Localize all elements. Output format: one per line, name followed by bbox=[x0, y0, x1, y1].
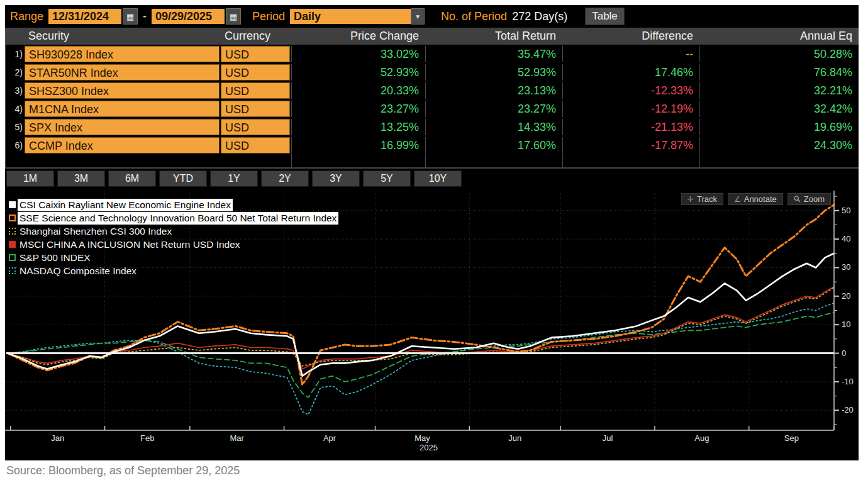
range-end-input[interactable]: 09/29/2025 bbox=[152, 9, 225, 24]
annual-eq-value: 32.21% bbox=[699, 82, 859, 99]
annotate-icon: ∠ bbox=[734, 195, 741, 204]
legend-swatch bbox=[9, 254, 16, 261]
x-year-label: 2025 bbox=[420, 443, 438, 452]
chart-area[interactable]: CSI Caixin Rayliant New Economic Engine … bbox=[5, 189, 859, 460]
annual-eq-value: 50.28% bbox=[699, 46, 859, 62]
security-cell[interactable]: SHSZ300 Index bbox=[25, 82, 220, 99]
table-row[interactable]: 5)SPX IndexUSD13.25%14.33%-21.13%19.69% bbox=[6, 118, 859, 136]
total-return-value: 52.93% bbox=[425, 64, 562, 81]
row-number[interactable]: 6) bbox=[6, 140, 25, 150]
calendar-icon[interactable]: ▦ bbox=[123, 8, 138, 25]
legend-swatch bbox=[9, 228, 16, 235]
range-start-input[interactable]: 12/31/2024 bbox=[48, 9, 121, 24]
page: Range 12/31/2024 ▦ - 09/29/2025 ▦ Period… bbox=[0, 0, 868, 490]
price-change-value: 16.99% bbox=[291, 137, 425, 153]
y-tick-label: 10 bbox=[842, 320, 850, 329]
header-security: Security bbox=[25, 28, 221, 45]
securities-table: Security Currency Price Change Total Ret… bbox=[5, 28, 859, 168]
currency-cell[interactable]: USD bbox=[221, 82, 290, 99]
table-header-row: Security Currency Price Change Total Ret… bbox=[6, 28, 859, 45]
header-annual-eq: Annual Eq bbox=[699, 28, 859, 45]
track-button[interactable]: ✛Track bbox=[681, 193, 723, 205]
annual-eq-value: 19.69% bbox=[699, 119, 859, 135]
x-month-label: Jan bbox=[51, 433, 64, 443]
currency-cell[interactable]: USD bbox=[221, 119, 290, 135]
y-tick-label: 40 bbox=[842, 234, 850, 243]
period-button-10y[interactable]: 10Y bbox=[414, 170, 462, 187]
currency-cell[interactable]: USD bbox=[221, 46, 290, 62]
period-button-5y[interactable]: 5Y bbox=[363, 170, 411, 187]
period-button-3m[interactable]: 3M bbox=[57, 170, 105, 187]
legend-label: SSE Science and Technology Innovation Bo… bbox=[18, 212, 338, 225]
period-quick-buttons: 1M3M6MYTD1Y2Y3Y5Y10Y bbox=[5, 168, 859, 189]
security-cell[interactable]: SPX Index bbox=[25, 119, 220, 135]
row-number[interactable]: 2) bbox=[6, 67, 25, 77]
row-number[interactable]: 3) bbox=[6, 86, 25, 96]
toolbar: Range 12/31/2024 ▦ - 09/29/2025 ▦ Period… bbox=[5, 5, 859, 28]
annual-eq-value: 76.84% bbox=[699, 64, 859, 81]
y-tick-label: -10 bbox=[842, 377, 854, 386]
annotate-button[interactable]: ∠Annotate bbox=[728, 193, 783, 205]
series-shsz300 bbox=[8, 287, 834, 366]
legend-item-sh930928[interactable]: CSI Caixin Rayliant New Economic Engine … bbox=[9, 198, 338, 211]
range-separator: - bbox=[143, 10, 147, 23]
x-month-label: May bbox=[415, 433, 430, 443]
table-button[interactable]: Table bbox=[585, 8, 625, 25]
legend-item-shsz300[interactable]: Shanghai Shenzhen CSI 300 Index bbox=[9, 225, 338, 238]
period-button-6m[interactable]: 6M bbox=[108, 170, 156, 187]
x-month-label: Apr bbox=[323, 433, 337, 443]
security-cell[interactable]: CCMP Index bbox=[25, 137, 220, 153]
row-number[interactable]: 4) bbox=[6, 104, 25, 114]
bloomberg-comparative-returns-panel: Range 12/31/2024 ▦ - 09/29/2025 ▦ Period… bbox=[5, 5, 859, 460]
period-button-2y[interactable]: 2Y bbox=[261, 170, 309, 187]
table-row[interactable]: 1)SH930928 IndexUSD33.02%35.47%--50.28% bbox=[6, 45, 859, 63]
range-label: Range bbox=[10, 10, 43, 23]
legend-item-spx[interactable]: S&P 500 INDEX bbox=[9, 251, 338, 264]
x-month-label: Jun bbox=[508, 433, 521, 443]
x-month-label: Aug bbox=[694, 433, 709, 443]
row-number[interactable]: 5) bbox=[6, 122, 25, 132]
price-change-value: 13.25% bbox=[291, 119, 425, 135]
currency-cell[interactable]: USD bbox=[221, 101, 290, 117]
period-button-1y[interactable]: 1Y bbox=[210, 170, 258, 187]
security-cell[interactable]: SH930928 Index bbox=[25, 46, 220, 62]
legend-swatch bbox=[9, 241, 16, 248]
calendar-icon[interactable]: ▦ bbox=[226, 8, 241, 25]
currency-cell[interactable]: USD bbox=[221, 64, 290, 81]
legend-item-star50nr[interactable]: SSE Science and Technology Innovation Bo… bbox=[9, 211, 338, 225]
period-button-1m[interactable]: 1M bbox=[6, 170, 54, 187]
period-select-value[interactable]: Daily bbox=[290, 9, 411, 24]
chart-controls: ✛Track ∠Annotate Zoom bbox=[677, 193, 831, 205]
table-row[interactable]: 2)STAR50NR IndexUSD52.93%52.93%17.46%76.… bbox=[6, 63, 859, 81]
annual-eq-value: 32.42% bbox=[699, 101, 859, 117]
table-row[interactable]: 4)M1CNA IndexUSD23.27%23.27%-12.19%32.42… bbox=[6, 99, 859, 118]
x-month-label: Feb bbox=[140, 433, 154, 443]
legend-item-m1cna[interactable]: MSCI CHINA A INCLUSION Net Return USD In… bbox=[9, 238, 338, 251]
legend-item-ccmp[interactable]: NASDAQ Composite Index bbox=[9, 264, 338, 277]
security-cell[interactable]: STAR50NR Index bbox=[25, 64, 220, 81]
price-change-value: 20.33% bbox=[291, 82, 425, 99]
row-number[interactable]: 1) bbox=[6, 49, 25, 59]
legend-swatch bbox=[9, 201, 16, 208]
num-period-label: No. of Period bbox=[441, 10, 507, 23]
period-button-ytd[interactable]: YTD bbox=[159, 170, 207, 187]
total-return-value: 23.27% bbox=[425, 101, 562, 117]
legend-label: NASDAQ Composite Index bbox=[18, 265, 138, 277]
period-button-3y[interactable]: 3Y bbox=[312, 170, 360, 187]
header-difference: Difference bbox=[562, 28, 699, 45]
num-period-value: 272 Day(s) bbox=[512, 10, 567, 23]
table-row[interactable]: 6)CCMP IndexUSD16.99%17.60%-17.87%24.30% bbox=[6, 136, 859, 154]
security-cell[interactable]: M1CNA Index bbox=[25, 101, 220, 117]
period-select[interactable]: Daily ▼ bbox=[290, 8, 425, 25]
legend-swatch bbox=[9, 267, 16, 274]
table-row[interactable]: 3)SHSZ300 IndexUSD20.33%23.13%-12.33%32.… bbox=[6, 81, 859, 99]
total-return-value: 14.33% bbox=[425, 119, 562, 135]
y-tick-label: 20 bbox=[842, 291, 850, 301]
difference-value: -21.13% bbox=[562, 119, 699, 135]
currency-cell[interactable]: USD bbox=[221, 137, 290, 153]
y-tick-label: 50 bbox=[842, 206, 850, 215]
chevron-down-icon[interactable]: ▼ bbox=[411, 8, 425, 25]
legend-label: MSCI CHINA A INCLUSION Net Return USD In… bbox=[18, 238, 242, 251]
zoom-button[interactable]: Zoom bbox=[787, 193, 831, 205]
legend-label: CSI Caixin Rayliant New Economic Engine … bbox=[18, 199, 233, 211]
